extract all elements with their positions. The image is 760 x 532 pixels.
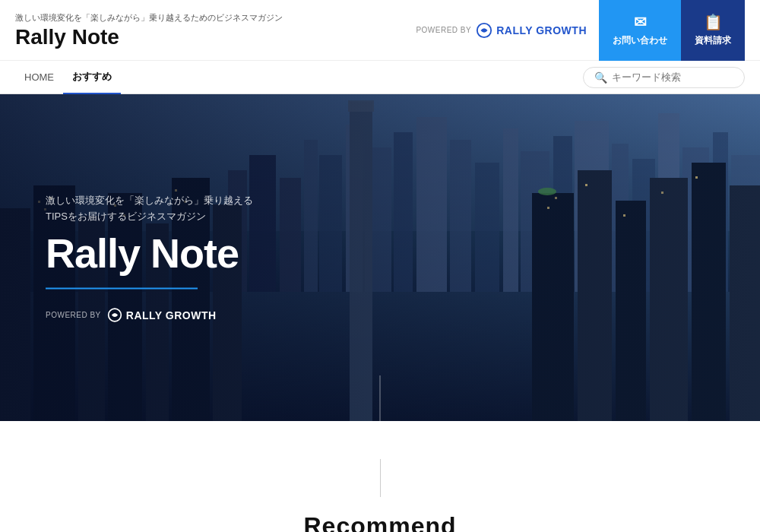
inquiry-label: お問い合わせ <box>613 34 667 47</box>
brand-name-header: Rally Growth <box>496 24 587 36</box>
rally-growth-icon <box>476 22 492 39</box>
navbar: HOME おすすめ 🔍 <box>0 61 760 94</box>
inquiry-button[interactable]: ✉ お問い合わせ <box>599 0 681 61</box>
mail-icon: ✉ <box>634 13 647 31</box>
hero-brand-name: Rally Growth <box>126 309 217 321</box>
powered-by-label: POWERED BY <box>416 26 471 34</box>
below-hero: Recommend おすすめの記事 <box>0 421 760 532</box>
search-input[interactable] <box>612 71 733 83</box>
docs-icon: 📋 <box>704 13 723 31</box>
scroll-line-white <box>380 459 381 497</box>
powered-by-header: POWERED BY Rally Growth <box>416 22 587 39</box>
hero-subtitle: 激しい環境変化を「楽しみながら」乗り越える TIPSをお届けするビジネスマガジン <box>46 193 253 225</box>
rally-growth-logo: Rally Growth <box>476 22 587 39</box>
scroll-indicator <box>380 375 381 421</box>
header-right: POWERED BY Rally Growth ✉ お問い合わせ 📋 資料請求 <box>416 0 745 61</box>
hero-sub-line2: TIPSをお届けするビジネスマガジン <box>46 210 206 221</box>
search-icon: 🔍 <box>594 71 607 84</box>
nav-recommend[interactable]: おすすめ <box>63 61 121 94</box>
hero-sub-line1: 激しい環境変化を「楽しみながら」乗り越える <box>46 195 253 206</box>
site-header: 激しい環境変化を「楽しみながら」乗り越えるためのビジネスマガジン Rally N… <box>0 0 760 61</box>
hero-accent-line <box>46 287 198 289</box>
hero-title: Rally Note <box>46 230 253 275</box>
hero-powered-by: POWERED BY Rally Growth <box>46 307 253 322</box>
hero-brand: Rally Growth <box>107 307 217 322</box>
recommend-title: Recommend <box>303 512 456 532</box>
site-title: Rally Note <box>15 27 416 48</box>
header-tagline: 激しい環境変化を「楽しみながら」乗り越えるためのビジネスマガジン <box>15 12 416 24</box>
search-box: 🔍 <box>583 67 745 88</box>
docs-button[interactable]: 📋 資料請求 <box>681 0 745 61</box>
docs-label: 資料請求 <box>695 34 731 47</box>
hero-section: 激しい環境変化を「楽しみながら」乗り越える TIPSをお届けするビジネスマガジン… <box>0 94 760 421</box>
hero-brand-icon <box>107 307 122 322</box>
scroll-line <box>380 375 381 421</box>
hero-content: 激しい環境変化を「楽しみながら」乗り越える TIPSをお届けするビジネスマガジン… <box>46 193 253 323</box>
nav-home[interactable]: HOME <box>15 61 63 94</box>
header-left: 激しい環境変化を「楽しみながら」乗り越えるためのビジネスマガジン Rally N… <box>15 12 416 48</box>
hero-powered-label: POWERED BY <box>46 311 101 319</box>
